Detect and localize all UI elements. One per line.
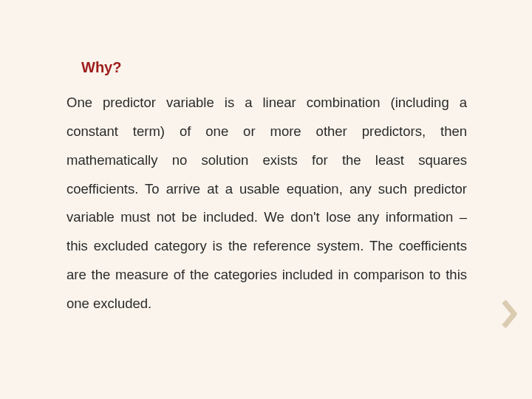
slide: Why? One predictor variable is a linear … [0,0,532,399]
slide-title: Why? [81,59,121,76]
next-arrow-icon [501,300,519,328]
slide-body-text: One predictor variable is a linear combi… [66,89,467,318]
